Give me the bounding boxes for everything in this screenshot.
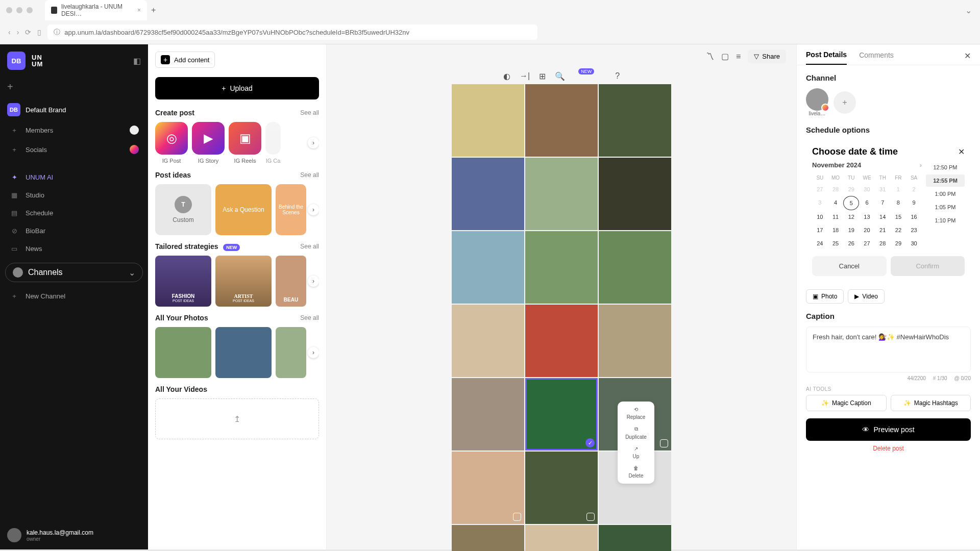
tab-post-details[interactable]: Post Details [806,51,847,65]
add-channel-button[interactable]: + [834,91,856,114]
calendar-day[interactable]: 6 [859,196,875,210]
sidebar-item-socials[interactable]: + Socials [7,140,141,159]
datetime-close-button[interactable]: ✕ [958,147,965,157]
photo-thumbnail[interactable] [215,327,272,378]
list-icon[interactable]: ≡ [736,52,741,61]
align-icon[interactable]: →| [520,71,530,81]
calendar-day[interactable]: 4 [828,196,844,210]
tab-comments[interactable]: Comments [859,51,894,64]
confirm-button[interactable]: Confirm [891,256,965,276]
comment-icon[interactable]: ▢ [721,52,729,61]
idea-custom[interactable]: T Custom [155,184,211,235]
magic-hashtags-button[interactable]: ✨Magic Hashtags [891,395,971,411]
grid-cell[interactable] [599,84,671,157]
grid-cell[interactable] [525,452,598,524]
video-button[interactable]: ▶Video [848,289,884,304]
calendar-day[interactable]: 18 [828,223,844,237]
calendar-day[interactable]: 20 [859,223,875,237]
channel-avatar[interactable] [806,88,828,111]
add-content-button[interactable]: + Add content [155,52,215,68]
post-type-ig-carousel[interactable]: IG Ca [265,122,281,164]
delete-button[interactable]: 🗑Delete [621,465,651,479]
grid-cell[interactable] [525,84,598,157]
time-slot[interactable]: 1:00 PM [926,188,965,200]
see-all-link[interactable]: See all [300,109,319,116]
grid-cell[interactable] [452,158,524,230]
calendar-day[interactable]: 28 [828,183,844,196]
calendar-day[interactable]: 29 [891,237,906,250]
brand-item[interactable]: DB Default Brand [7,99,141,120]
calendar-day[interactable]: 29 [843,183,859,196]
sidebar-item-studio[interactable]: ▦ Studio [7,186,141,204]
calendar-day[interactable]: 30 [859,183,875,196]
sidebar-item-news[interactable]: ▭ News [7,240,141,258]
grid-cell[interactable] [525,525,598,551]
tab-close-icon[interactable]: × [137,7,141,14]
see-all-link[interactable]: See all [300,314,319,321]
calendar-day[interactable]: 28 [875,237,891,250]
calendar-day[interactable]: 14 [875,210,891,223]
url-bar[interactable]: ⓘ app.unum.la/dashboard/672938cf5ef90d00… [47,24,537,40]
contrast-icon[interactable]: ◐ [503,71,510,81]
grid-cell[interactable] [599,305,671,377]
sidebar-collapse-icon[interactable]: ◧ [133,56,141,66]
zoom-icon[interactable]: 🔍NEW [555,71,565,81]
calendar-day-selected[interactable]: 5 [843,196,859,210]
calendar-day[interactable]: 21 [875,223,891,237]
sidebar-item-schedule[interactable]: ▤ Schedule [7,204,141,222]
replace-button[interactable]: ⟲Replace [621,407,651,420]
help-icon[interactable]: ? [615,71,620,81]
calendar-day[interactable]: 2 [906,183,922,196]
calendar-day[interactable]: 13 [859,210,875,223]
grid-cell[interactable] [525,231,598,304]
scroll-right-button[interactable]: › [308,204,319,215]
calendar-day[interactable]: 27 [812,183,828,196]
sidebar-item-members[interactable]: + Members [7,120,141,140]
grid-icon[interactable]: ⊞ [539,71,546,81]
calendar-day[interactable]: 9 [906,196,922,210]
calendar-day[interactable]: 11 [828,210,844,223]
calendar-next-button[interactable]: › [920,161,922,169]
calendar-day[interactable]: 23 [906,223,922,237]
post-type-ig-post[interactable]: ◎ IG Post [155,122,188,164]
grid-cell[interactable] [452,525,524,551]
calendar-day[interactable]: 7 [875,196,891,210]
share-button[interactable]: ▽ Share [748,49,786,63]
grid-cell[interactable] [599,231,671,304]
time-slot[interactable]: 12:50 PM [926,161,965,173]
post-type-ig-reels[interactable]: ▣ IG Reels [229,122,261,164]
calendar-day[interactable]: 15 [891,210,906,223]
post-type-ig-story[interactable]: ▶ IG Story [192,122,225,164]
grid-cell[interactable] [452,452,524,524]
calendar-day[interactable]: 31 [875,183,891,196]
calendar-day[interactable]: 24 [812,237,828,250]
calendar-day[interactable]: 8 [891,196,906,210]
grid-cell[interactable] [452,305,524,377]
strategy-fashion[interactable]: FASHIONPOST IDEAS [155,256,211,307]
see-all-link[interactable]: See all [300,171,319,179]
calendar-day[interactable]: 22 [891,223,906,237]
time-slot[interactable]: 1:05 PM [926,201,965,213]
time-slot[interactable]: 1:10 PM [926,214,965,227]
calendar-day[interactable]: 16 [906,210,922,223]
photo-thumbnail[interactable] [155,327,211,378]
calendar-day[interactable]: 19 [843,223,859,237]
tab-overflow-icon[interactable]: ⌄ [957,6,980,15]
calendar-day[interactable]: 25 [828,237,844,250]
grid-cell[interactable] [599,525,671,551]
back-button[interactable]: ‹ [8,28,11,36]
grid-cell[interactable] [525,158,598,230]
calendar-day[interactable]: 3 [812,196,828,210]
caption-input[interactable] [806,327,971,372]
grid-cell[interactable] [599,158,671,230]
window-controls[interactable] [0,3,39,17]
calendar-day[interactable]: 27 [859,237,875,250]
magic-caption-button[interactable]: ✨Magic Caption [806,395,887,411]
sidebar-item-unum-ai[interactable]: ✦ UNUM AI [7,168,141,186]
analytics-icon[interactable]: 〽 [706,52,714,61]
duplicate-button[interactable]: ⧉Duplicate [621,426,651,440]
calendar-day[interactable]: 1 [891,183,906,196]
cancel-button[interactable]: Cancel [812,256,887,276]
user-account-footer[interactable]: kale.haus.la@gmail.com owner [0,521,148,549]
calendar-day[interactable]: 30 [906,237,922,250]
